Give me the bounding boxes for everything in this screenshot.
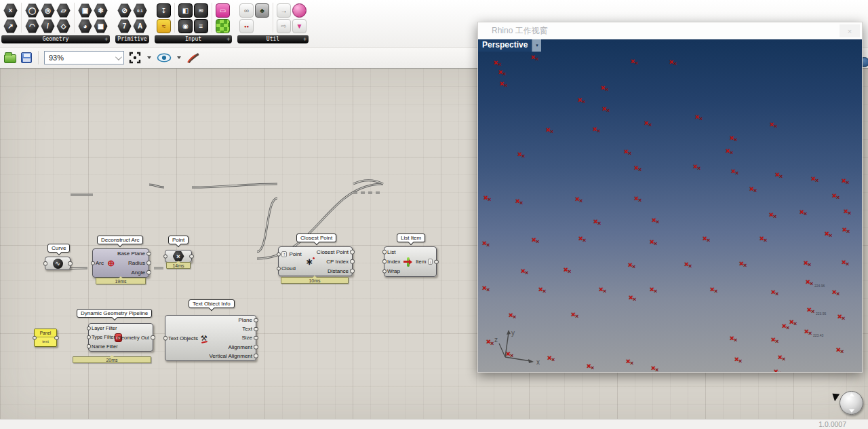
point-marker: ××: [842, 177, 851, 187]
number-icon[interactable]: 0.1: [133, 3, 147, 18]
toolbar-separator: [38, 51, 39, 64]
plane-icon[interactable]: ▱: [56, 3, 71, 18]
scribble-icon[interactable]: ∞: [239, 3, 254, 18]
rhino-viewport-window[interactable]: Rhino 工作视窗 × Perspective ▼ ×××××××××××××…: [477, 22, 863, 373]
zoom-extents-button[interactable]: [127, 50, 142, 65]
panel-content[interactable]: text: [35, 337, 56, 346]
port-name-filter[interactable]: Name Filter: [89, 343, 113, 350]
point-marker: ××: [693, 163, 703, 172]
port-index[interactable]: Index: [384, 259, 402, 265]
port-arc[interactable]: Arc: [93, 260, 106, 266]
knob-icon[interactable]: ◉: [178, 19, 193, 33]
cherry-picker-icon[interactable]: ●●: [239, 19, 254, 33]
port-text[interactable]: Text: [209, 326, 256, 332]
boolean-toggle-icon[interactable]: ◧: [178, 3, 193, 18]
toolbar-group-label: Primitive: [115, 35, 149, 43]
draw-style-button[interactable]: [186, 51, 201, 64]
panel-title: Panel: [35, 329, 56, 337]
port-list[interactable]: List: [384, 249, 402, 255]
port-geometry-out[interactable]: Geometry Out: [123, 335, 153, 341]
profiler-deconstruct-arc: 19ms: [96, 278, 146, 284]
point-marker: ××: [811, 175, 821, 185]
point-marker: ××: [774, 368, 783, 372]
zoom-level-select[interactable]: 93%: [44, 51, 124, 64]
port-size[interactable]: Size: [209, 335, 256, 341]
viewport-tab[interactable]: Perspective ▼: [478, 39, 541, 52]
flatten-icon: ↓: [428, 259, 433, 265]
port-alignment[interactable]: Alignment: [209, 344, 256, 350]
rectangle-icon[interactable]: ◇: [56, 19, 71, 33]
paint-sphere-icon[interactable]: [292, 3, 307, 18]
open-file-button[interactable]: [3, 52, 17, 64]
perspective-viewport[interactable]: Perspective ▼ ××××××××××××××××××××××××××…: [478, 39, 862, 372]
point-marker: ××: [730, 335, 739, 344]
sphere-icon[interactable]: ◕: [78, 19, 92, 33]
surface-icon[interactable]: ▦: [94, 19, 108, 33]
point-marker: ××: [498, 69, 508, 78]
version-label: 1.0.0007: [818, 420, 846, 428]
boolean-icon[interactable]: ⊘: [117, 3, 132, 18]
point-marker: ××224.96: [806, 278, 815, 288]
node-closest-point[interactable]: ↑ Point Cloud ∗ Closest Point CP Index D…: [278, 246, 353, 276]
paintbrush-icon: [186, 52, 200, 64]
close-icon[interactable]: ×: [840, 24, 860, 37]
port-base-plane[interactable]: Base Plane: [116, 250, 149, 257]
node-deconstruct-arc[interactable]: Arc ⊕ Base Plane Radius Angle: [92, 248, 149, 278]
canvas-nav-sphere[interactable]: [840, 391, 863, 415]
point-marker: ××: [500, 80, 509, 90]
vector-icon[interactable]: ↗: [3, 19, 18, 33]
integer-icon[interactable]: 7: [117, 19, 132, 33]
number-slider-icon[interactable]: ↧: [157, 3, 171, 18]
viewport-tab-label[interactable]: Perspective: [478, 39, 532, 52]
viewport-tab-arrow-icon[interactable]: ▼: [532, 39, 541, 52]
port-text-objects[interactable]: Text Objects: [165, 335, 199, 341]
port-item[interactable]: Item ↓: [413, 259, 436, 265]
md-slider-icon[interactable]: ≋: [194, 3, 208, 18]
point-marker: ××: [521, 267, 530, 277]
zoom-menu-arrow[interactable]: [147, 56, 151, 59]
port-cloud[interactable]: Cloud: [279, 265, 304, 272]
arc-icon[interactable]: ◠: [25, 19, 39, 33]
port-plane[interactable]: Plane: [209, 317, 256, 323]
preview-button[interactable]: [156, 52, 172, 63]
flask-icon[interactable]: ▼: [292, 19, 307, 33]
box-icon[interactable]: ▣: [78, 3, 92, 18]
port-vertical-alignment[interactable]: Vertical Alignment: [209, 353, 256, 359]
node-list-item[interactable]: List Index Wrap Item ↓: [384, 246, 437, 277]
text-icon[interactable]: A: [133, 19, 147, 33]
point-marker: ××: [789, 318, 799, 328]
trigger-arrow-icon[interactable]: ⇨: [277, 19, 291, 33]
port-angle[interactable]: Angle: [116, 269, 149, 276]
point-marker: ××: [749, 185, 759, 195]
panel-icon[interactable]: ▭: [216, 3, 230, 18]
wire-closestpoint-to-list: [353, 181, 383, 184]
port-layer-filter[interactable]: Layer Filter: [89, 325, 113, 331]
port-radius[interactable]: Radius: [116, 260, 149, 266]
window-title-bar[interactable]: Rhino 工作视窗 ×: [478, 22, 862, 39]
balloon-deconstruct-arc: Deconstruct Arc: [97, 236, 143, 244]
closest-point-icon: ∗: [306, 257, 313, 266]
port-wrap[interactable]: Wrap: [384, 268, 402, 274]
value-list-icon[interactable]: ≡: [194, 19, 208, 33]
circle-icon[interactable]: ◯: [25, 3, 39, 18]
save-file-button[interactable]: [20, 52, 33, 64]
port-point-input[interactable]: ↑ Point: [279, 251, 304, 257]
preview-menu-arrow[interactable]: [177, 56, 181, 59]
line-icon[interactable]: /: [41, 19, 55, 33]
spiral-icon[interactable]: ◎: [41, 3, 55, 18]
port-cp-index[interactable]: CP Index: [315, 259, 352, 265]
node-text-object-info[interactable]: Text Objects ⚒ Plane Text Size Alignment…: [165, 315, 256, 361]
port-type-filter[interactable]: Type Filter: [89, 334, 113, 340]
relay-arrow-icon[interactable]: →: [277, 3, 291, 18]
node-curve[interactable]: ∿: [45, 257, 71, 270]
graft-icon: ↑: [281, 251, 287, 257]
point-icon[interactable]: ×: [3, 3, 18, 18]
node-dynamic-geometry-pipeline[interactable]: Layer Filter Type Filter Name Filter ru …: [88, 323, 153, 352]
mesh-icon[interactable]: ❄: [94, 3, 108, 18]
data-tree-icon[interactable]: ♣: [255, 3, 269, 18]
port-distance[interactable]: Distance: [315, 268, 352, 274]
graph-mapper-icon[interactable]: ≈: [157, 19, 171, 33]
colour-swatch-icon[interactable]: [216, 19, 230, 33]
port-closest-point[interactable]: Closest Point: [315, 249, 352, 255]
node-panel[interactable]: Panel text: [34, 329, 57, 347]
